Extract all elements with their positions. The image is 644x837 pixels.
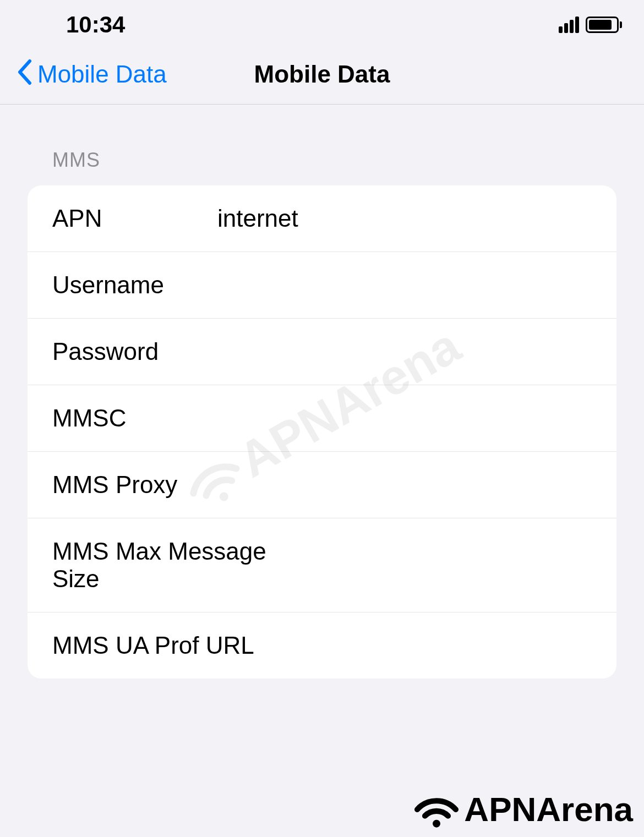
chevron-left-icon	[17, 59, 32, 90]
back-button[interactable]: Mobile Data	[17, 59, 167, 90]
mmsc-row[interactable]: MMSC	[28, 385, 616, 452]
section-header: MMS	[28, 149, 616, 172]
content-area: MMS APN Username Password MMSC MMS Proxy…	[0, 105, 644, 679]
username-input[interactable]	[217, 271, 592, 299]
password-row[interactable]: Password	[28, 319, 616, 385]
mms-max-size-label: MMS Max Message Size	[52, 538, 290, 593]
mms-ua-prof-label: MMS UA Prof URL	[52, 632, 290, 659]
status-bar: 10:34	[0, 0, 644, 50]
apn-row[interactable]: APN	[28, 185, 616, 252]
mmsc-label: MMSC	[52, 404, 217, 432]
mms-ua-prof-row[interactable]: MMS UA Prof URL	[28, 612, 616, 679]
mmsc-input[interactable]	[217, 404, 592, 432]
watermark-bottom: APNArena	[412, 790, 633, 829]
username-label: Username	[52, 271, 217, 299]
nav-bar: Mobile Data Mobile Data	[0, 50, 644, 105]
status-time: 10:34	[66, 12, 125, 38]
svg-point-1	[433, 819, 440, 827]
battery-icon	[586, 17, 622, 33]
password-label: Password	[52, 338, 217, 365]
status-indicators	[559, 17, 622, 33]
mms-max-size-input[interactable]	[290, 551, 592, 579]
back-label: Mobile Data	[37, 61, 167, 88]
password-input[interactable]	[217, 338, 592, 365]
mms-proxy-row[interactable]: MMS Proxy	[28, 452, 616, 518]
mms-ua-prof-input[interactable]	[290, 632, 592, 659]
apn-label: APN	[52, 205, 217, 232]
wifi-icon	[412, 790, 461, 829]
apn-input[interactable]	[217, 205, 592, 232]
page-title: Mobile Data	[254, 61, 390, 88]
username-row[interactable]: Username	[28, 252, 616, 319]
settings-group: APN Username Password MMSC MMS Proxy MMS…	[28, 185, 616, 679]
mms-max-size-row[interactable]: MMS Max Message Size	[28, 518, 616, 612]
mms-proxy-label: MMS Proxy	[52, 471, 217, 499]
signal-icon	[559, 17, 579, 33]
mms-proxy-input[interactable]	[217, 471, 592, 499]
